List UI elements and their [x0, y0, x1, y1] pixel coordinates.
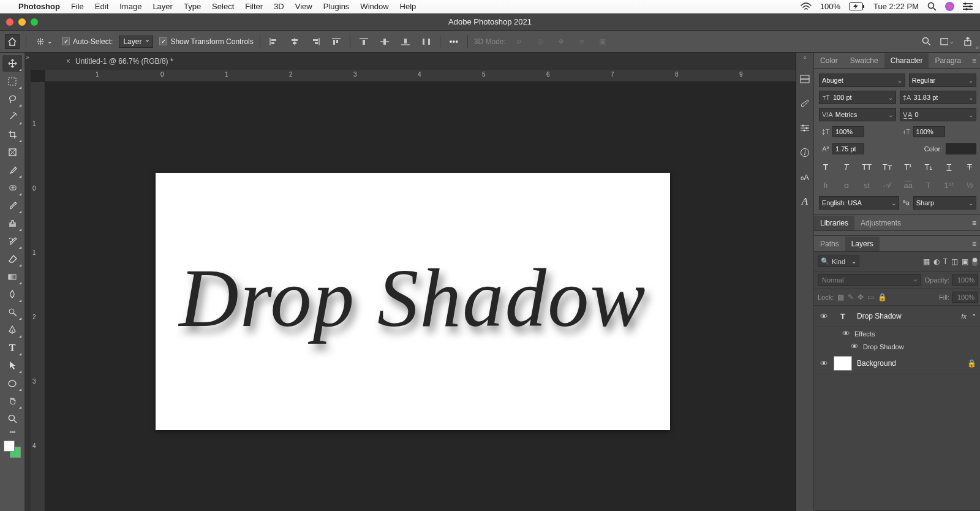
language-select[interactable]: English: USA⌄ — [819, 196, 899, 210]
ligature-icon[interactable]: fi — [819, 179, 832, 191]
color-swatches[interactable] — [4, 441, 21, 458]
zoom-tool[interactable] — [2, 411, 22, 427]
font-family-select[interactable]: Abuget⌄ — [819, 74, 905, 87]
panel-menu-icon[interactable]: ≡ — [967, 54, 980, 67]
horizontal-ruler[interactable]: 1 0 1 2 3 4 5 6 7 8 9 — [45, 70, 796, 82]
vertical-ruler[interactable]: 1 0 1 2 3 4 — [31, 82, 45, 511]
filter-toggle-icon[interactable] — [972, 257, 978, 266]
bold-icon[interactable]: T — [819, 161, 832, 173]
menu-select[interactable]: Select — [212, 2, 234, 11]
collapse-panels-icon[interactable]: « — [803, 54, 807, 61]
gradient-tool[interactable] — [2, 268, 22, 285]
valign-top-icon[interactable] — [356, 34, 371, 49]
brush-tool[interactable] — [2, 197, 22, 214]
visibility-toggle-icon[interactable]: 👁 — [850, 342, 859, 351]
discretionary-icon[interactable]: st — [860, 179, 873, 191]
panel-menu-icon[interactable]: ≡ — [967, 216, 980, 230]
effect-item[interactable]: 👁Drop Shadow — [814, 340, 980, 353]
tab-character[interactable]: Character — [884, 53, 929, 68]
kerning-field[interactable]: V/AMetrics⌄ — [819, 108, 896, 121]
contextual-alt-icon[interactable]: ɑ — [840, 179, 853, 191]
lock-transparency-icon[interactable]: ▩ — [837, 293, 844, 301]
healing-tool[interactable] — [2, 180, 22, 196]
font-size-field[interactable]: тT100 pt⌄ — [819, 91, 896, 104]
frame-tool[interactable] — [2, 144, 22, 161]
align-right-icon[interactable] — [308, 34, 323, 49]
layer-filter-kind[interactable]: 🔍Kind⌄ — [818, 255, 859, 267]
collapsed-panel-well[interactable]: » — [24, 53, 31, 511]
dodge-tool[interactable] — [2, 304, 22, 320]
align-top-icon[interactable] — [329, 34, 344, 49]
allcaps-icon[interactable]: TT — [860, 161, 873, 173]
ordinals-icon[interactable]: 1ˢᵗ — [942, 179, 956, 191]
app-name[interactable]: Photoshop — [18, 2, 60, 11]
lasso-tool[interactable] — [2, 91, 22, 107]
wand-tool[interactable] — [2, 108, 22, 125]
filter-smart-icon[interactable]: ▣ — [962, 257, 968, 266]
tracking-field[interactable]: V̲A̲0⌄ — [900, 108, 977, 121]
menu-help[interactable]: Help — [400, 2, 417, 11]
menu-filter[interactable]: Filter — [245, 2, 263, 11]
visibility-toggle-icon[interactable]: 👁 — [841, 329, 851, 338]
opacity-field[interactable]: 100% — [952, 274, 978, 286]
tab-color[interactable]: Color — [814, 53, 844, 68]
marquee-tool[interactable] — [2, 73, 22, 89]
lock-indicator-icon[interactable]: 🔒 — [967, 359, 976, 368]
tab-paths[interactable]: Paths — [814, 237, 845, 251]
close-tab-icon[interactable]: × — [66, 57, 70, 66]
history-brush-tool[interactable] — [2, 233, 22, 249]
clock[interactable]: Tue 2:22 PM — [873, 2, 919, 11]
spotlight-icon[interactable] — [927, 2, 937, 11]
tab-libraries[interactable]: Libraries — [814, 216, 854, 230]
superscript-icon[interactable]: T¹ — [901, 161, 914, 173]
visibility-toggle-icon[interactable]: 👁 — [819, 312, 829, 321]
options-panel-icon[interactable] — [796, 119, 813, 137]
titling-icon[interactable]: T — [922, 179, 935, 191]
smallcaps-icon[interactable]: Tᴛ — [881, 161, 894, 173]
move-tool[interactable] — [2, 55, 22, 72]
tab-swatches[interactable]: Swatche — [844, 53, 884, 68]
menu-window[interactable]: Window — [360, 2, 388, 11]
window-close-button[interactable] — [6, 18, 13, 26]
pen-tool[interactable] — [2, 322, 22, 338]
baseline-field[interactable]: Aª1.75 pt — [819, 142, 899, 156]
menu-type[interactable]: Type — [184, 2, 201, 11]
lock-position-icon[interactable]: ✥ — [858, 293, 864, 301]
history-panel-icon[interactable] — [796, 70, 813, 88]
menu-file[interactable]: File — [71, 2, 84, 11]
lock-image-icon[interactable]: ✎ — [848, 293, 854, 301]
glyphs-panel-icon[interactable]: ₀A — [796, 168, 813, 186]
layer-name[interactable]: Drop Shadow — [857, 312, 957, 320]
type-tool[interactable]: T — [2, 339, 22, 356]
menu-image[interactable]: Image — [119, 2, 141, 11]
brush-panel-icon[interactable] — [796, 95, 813, 112]
vscale-field[interactable]: ‡T100% — [819, 125, 896, 138]
crop-tool[interactable] — [2, 126, 22, 143]
align-left-icon[interactable] — [266, 34, 281, 49]
share-icon[interactable] — [960, 34, 975, 49]
info-panel-icon[interactable]: i — [796, 144, 813, 161]
stamp-tool[interactable] — [2, 215, 22, 232]
auto-select-target[interactable]: Layer — [119, 36, 153, 48]
fill-field[interactable]: 100% — [952, 292, 978, 303]
wifi-icon[interactable] — [801, 2, 812, 11]
text-color-swatch[interactable] — [946, 143, 976, 154]
menu-3d[interactable]: 3D — [274, 2, 284, 11]
italic-icon[interactable]: T — [840, 161, 853, 173]
path-select-tool[interactable] — [2, 357, 22, 374]
font-style-select[interactable]: Regular⌄ — [909, 74, 976, 87]
filter-image-icon[interactable]: ▦ — [923, 257, 930, 266]
menu-view[interactable]: View — [295, 2, 312, 11]
align-hcenter-icon[interactable] — [287, 34, 302, 49]
hscale-field[interactable]: ⫞T100% — [900, 125, 977, 138]
visibility-toggle-icon[interactable]: 👁 — [819, 359, 829, 368]
auto-select-checkbox[interactable]: ✓Auto-Select: — [62, 37, 113, 46]
shape-tool[interactable] — [2, 375, 22, 392]
character-panel-icon[interactable]: A — [796, 193, 813, 210]
menu-plugins[interactable]: Plugins — [323, 2, 350, 11]
home-button[interactable] — [5, 34, 20, 49]
eraser-tool[interactable] — [2, 251, 22, 267]
filter-type-icon[interactable]: T — [943, 257, 948, 266]
window-zoom-button[interactable] — [31, 18, 38, 26]
eyedropper-tool[interactable] — [2, 162, 22, 178]
